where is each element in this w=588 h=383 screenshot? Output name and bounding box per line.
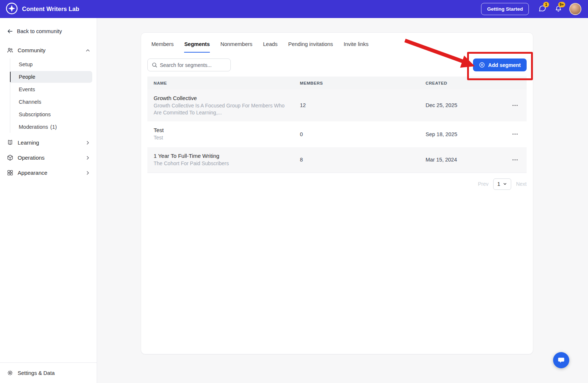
logo-icon [6,2,18,16]
sidebar-item-label: Events [19,86,35,92]
main-content: Members Segments Nonmembers Leads Pendin… [97,18,588,383]
segment-created-date: Dec 25, 2025 [419,89,506,121]
chat-widget-button[interactable] [553,352,569,368]
add-segment-wrapper: Add segment [473,58,527,71]
topbar: Content Writers Lab Getting Started 1 9+ [0,0,588,18]
ellipsis-icon [512,156,519,163]
sidebar-item-settings-data[interactable]: Settings & Data [0,362,97,383]
chevron-right-icon [85,140,91,146]
prev-page-button[interactable]: Prev [478,181,488,187]
segment-name: 1 Year To Full-Time Writing [154,153,288,159]
row-actions-button[interactable] [511,154,519,166]
sidebar-item-label: Setup [19,61,33,67]
row-actions-button[interactable] [511,100,519,111]
community-icon [7,47,14,54]
segment-created-date: Mar 15, 2024 [419,147,506,173]
appearance-icon [7,169,14,176]
app-title: Content Writers Lab [22,6,79,13]
notifications-button[interactable]: 9+ [553,4,563,14]
app-logo[interactable] [5,3,18,15]
back-to-community-link[interactable]: Back to community [0,18,97,38]
page-select[interactable]: 1 [493,178,511,190]
operations-icon [7,154,14,161]
user-avatar[interactable] [569,3,581,15]
tab-leads[interactable]: Leads [263,41,278,53]
sidebar-item-channels[interactable]: Channels [10,96,92,108]
learning-icon [7,139,14,146]
chevron-right-icon [85,170,91,176]
back-link-label: Back to community [17,28,62,34]
sidebar-item-subscriptions[interactable]: Subscriptions [10,109,92,120]
sidebar-item-moderations[interactable]: Moderations (1) [10,121,92,133]
column-header-members: MEMBERS [294,77,419,89]
sidebar-item-appearance[interactable]: Appearance [0,165,97,180]
table-row[interactable]: Test Test 0 Sep 18, 2025 [147,121,527,147]
tab-pending-invitations[interactable]: Pending invitations [288,41,333,53]
people-card: Members Segments Nonmembers Leads Pendin… [141,32,533,354]
tab-nonmembers[interactable]: Nonmembers [220,41,252,53]
segment-created-date: Sep 18, 2025 [419,121,506,147]
search-input-wrapper [147,58,231,71]
tab-bar: Members Segments Nonmembers Leads Pendin… [141,33,533,53]
table-row[interactable]: Growth Collective Growth Collective Is A… [147,89,527,121]
sidebar-item-label: Learning [18,139,81,146]
sidebar-item-learning[interactable]: Learning [0,135,97,150]
search-input[interactable] [147,58,231,71]
back-arrow-icon [7,28,13,35]
segments-table: NAME MEMBERS CREATED Growth Collective G… [147,77,527,173]
next-page-button[interactable]: Next [516,181,527,187]
sidebar-item-events[interactable]: Events [10,84,92,95]
sidebar-item-setup[interactable]: Setup [10,58,92,70]
segment-name: Test [154,127,288,133]
chevron-right-icon [85,155,91,161]
tab-segments[interactable]: Segments [184,41,209,53]
sidebar-item-label: Operations [18,155,81,161]
sidebar-item-operations[interactable]: Operations [0,150,97,165]
segment-description: Test [154,134,288,141]
messages-badge: 1 [543,2,549,7]
settings-icon [7,369,14,376]
current-page: 1 [497,181,500,187]
segment-description: The Cohort For Paid Subscribers [154,160,288,167]
column-header-name: NAME [147,77,294,89]
toolbar: Add segment [147,58,527,71]
column-header-created: CREATED [419,77,506,89]
segment-name: Growth Collective [154,95,288,101]
table-header-row: NAME MEMBERS CREATED [147,77,527,89]
row-actions-button[interactable] [511,128,519,140]
sidebar-item-people[interactable]: People [10,71,92,83]
community-subnav: Setup People Events Channels Subscriptio… [10,58,97,133]
sidebar-item-label: Subscriptions [19,111,51,117]
ellipsis-icon [512,131,519,138]
add-segment-button[interactable]: Add segment [473,58,527,71]
segment-description: Growth Collective Is A Focused Group For… [154,102,288,116]
ellipsis-icon [512,102,519,109]
tab-invite-links[interactable]: Invite links [344,41,369,53]
sidebar-item-label: Channels [19,99,41,105]
sidebar-item-label: Community [18,47,81,53]
messages-button[interactable]: 1 [537,4,547,14]
plus-circle-icon [479,62,485,68]
sidebar-item-community[interactable]: Community [0,43,97,58]
segment-members-count: 8 [294,147,419,173]
chevron-down-icon [503,182,507,186]
segment-members-count: 0 [294,121,419,147]
table-row[interactable]: 1 Year To Full-Time Writing The Cohort F… [147,147,527,173]
segment-members-count: 12 [294,89,419,121]
sidebar-item-label: Moderations [19,124,48,130]
sidebar-item-label: People [19,74,35,80]
settings-data-label: Settings & Data [18,370,55,376]
chevron-up-icon [85,47,91,53]
column-header-actions [506,77,527,89]
chat-widget-icon [557,356,565,364]
add-segment-label: Add segment [488,62,521,68]
sidebar: Back to community Community Setup People… [0,18,97,383]
sidebar-item-label: Appearance [18,170,81,176]
sidebar-nav: Community Setup People Events Channels S… [0,38,97,362]
getting-started-button[interactable]: Getting Started [481,3,529,15]
notifications-badge: 9+ [558,2,565,7]
tab-members[interactable]: Members [151,41,173,53]
moderations-count: (1) [50,124,57,130]
pagination: Prev 1 Next [141,178,527,190]
